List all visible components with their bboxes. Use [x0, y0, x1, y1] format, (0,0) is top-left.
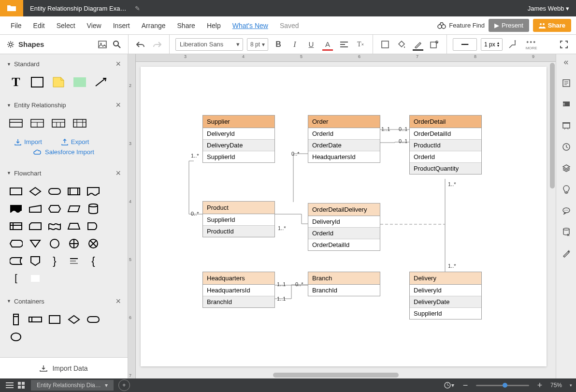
entity-field[interactable]: BranchId — [308, 285, 380, 296]
speech-icon[interactable] — [561, 205, 572, 216]
entity-header[interactable]: OrderDetail — [410, 116, 481, 128]
entity-field[interactable]: OrderDetailId — [410, 128, 481, 140]
block-shape[interactable] — [72, 76, 87, 88]
fc-card[interactable] — [28, 220, 43, 232]
present-button[interactable]: ▶ Present — [489, 19, 529, 32]
zoom-slider[interactable] — [476, 385, 529, 386]
paint-icon[interactable] — [561, 184, 572, 195]
menu-edit[interactable]: Edit — [28, 19, 51, 32]
menu-arrange[interactable]: Arrange — [136, 19, 172, 32]
entity-field[interactable]: SupplierId — [410, 308, 481, 319]
entity-orderdetail[interactable]: OrderDetail OrderDetailId ProductId Orde… — [409, 115, 482, 174]
fc-square-bracket[interactable]: [ — [9, 272, 23, 285]
fc-offpage[interactable] — [28, 255, 43, 267]
cont-2[interactable] — [28, 313, 43, 326]
auto-zoom-icon[interactable]: ▾ — [443, 379, 455, 391]
scrollbar-horizontal[interactable] — [273, 373, 399, 377]
fc-rect[interactable] — [9, 185, 23, 198]
entity-field[interactable]: BranchId — [203, 296, 274, 307]
share-button[interactable]: Share — [533, 19, 571, 32]
wand-icon[interactable] — [561, 248, 572, 259]
comment-icon[interactable] — [561, 99, 572, 110]
fc-brace2[interactable]: { — [86, 255, 101, 267]
zoom-level[interactable]: 75% — [550, 382, 562, 389]
entity-field[interactable]: OrderId — [308, 128, 380, 140]
shape-options-button[interactable] — [428, 38, 441, 51]
fc-terminator[interactable] — [47, 185, 62, 198]
italic-button[interactable]: I — [288, 38, 301, 51]
fc-merge[interactable] — [28, 237, 43, 250]
text-color-button[interactable]: A — [321, 38, 334, 51]
er-shape-4[interactable] — [72, 117, 87, 130]
list-view-icon[interactable] — [4, 379, 15, 391]
database-icon[interactable] — [561, 227, 572, 237]
fill-button[interactable] — [395, 38, 408, 51]
more-tools-button[interactable]: •••MORE — [526, 38, 537, 50]
entity-header[interactable]: Headquarters — [203, 272, 274, 285]
fc-trapezoid[interactable] — [67, 220, 81, 232]
shape-fill-button[interactable] — [379, 38, 391, 51]
entity-field[interactable]: OrderDetailId — [308, 239, 380, 250]
entity-field[interactable]: SupplierId — [203, 151, 274, 162]
entity-field[interactable]: DeliveryDate — [410, 296, 481, 308]
palette-containers-header[interactable]: ▼Containers× — [0, 291, 128, 311]
fc-diamond[interactable] — [28, 185, 43, 198]
page[interactable]: Supplier DeliveryId DeliveryDate Supplie… — [141, 67, 547, 366]
chat-icon[interactable] — [561, 78, 572, 88]
redo-button[interactable] — [151, 38, 163, 51]
fc-hexagon[interactable] — [47, 203, 62, 215]
menu-whats-new[interactable]: What's New — [227, 19, 274, 32]
entity-header[interactable]: Branch — [308, 272, 380, 285]
import-link[interactable]: Import — [14, 138, 42, 145]
close-icon[interactable]: × — [115, 296, 121, 306]
entity-field[interactable]: DeliveryId — [203, 128, 274, 140]
history-icon[interactable] — [561, 142, 572, 152]
underline-button[interactable]: U — [305, 38, 317, 51]
entity-field[interactable]: OrderDate — [308, 140, 380, 151]
cont-4[interactable] — [67, 313, 81, 326]
gear-icon[interactable] — [7, 41, 14, 48]
rename-icon[interactable]: ✎ — [135, 5, 140, 12]
line-shape-button[interactable] — [506, 38, 519, 51]
import-data-button[interactable]: Import Data — [0, 357, 128, 378]
entity-headquarters[interactable]: Headquarters HeadquartersId BranchId — [202, 272, 275, 308]
export-link[interactable]: Export — [61, 138, 89, 145]
fc-manual-input[interactable] — [28, 203, 43, 215]
feature-find[interactable]: Feature Find — [437, 22, 485, 29]
collapse-panel-icon[interactable]: « — [563, 57, 568, 67]
close-icon[interactable]: × — [115, 100, 121, 110]
align-button[interactable] — [338, 38, 350, 51]
fc-or[interactable] — [67, 237, 81, 250]
fc-tape[interactable] — [47, 220, 62, 232]
entity-field[interactable]: DeliveryDate — [203, 140, 274, 151]
folder-icon[interactable] — [0, 0, 23, 16]
fc-brace[interactable]: } — [47, 255, 62, 267]
entity-field[interactable]: HeadquartersId — [203, 285, 274, 296]
grid-view-icon[interactable] — [15, 379, 27, 391]
line-style-select[interactable]: ━━ — [453, 38, 477, 51]
entity-field[interactable]: HeadquartersId — [308, 151, 380, 162]
entity-field[interactable]: ProductQuantity — [410, 163, 481, 174]
fc-multidoc[interactable] — [9, 203, 23, 215]
salesforce-import-link[interactable]: Salesforce Import — [33, 148, 94, 156]
canvas[interactable]: 2 3 4 5 6 7 3 4 5 6 7 8 9 — [128, 54, 556, 378]
entity-order[interactable]: Order OrderId OrderDate HeadquartersId — [308, 115, 380, 163]
entity-header[interactable]: Order — [308, 116, 380, 128]
entity-header[interactable]: Product — [203, 202, 274, 214]
font-size-select[interactable]: 8 pt ▾ — [247, 38, 268, 51]
search-icon[interactable] — [113, 40, 121, 49]
document-title[interactable]: Entity Relationship Diagram Exa… — [23, 5, 133, 12]
entity-field[interactable]: DeliveryId — [308, 216, 380, 228]
fc-sum[interactable] — [86, 237, 101, 250]
entity-product[interactable]: Product SupplierId ProductId — [202, 201, 275, 237]
fc-stored[interactable] — [9, 255, 23, 267]
er-shape-2[interactable] — [30, 117, 44, 130]
er-shape-3[interactable] — [51, 117, 66, 130]
entity-field[interactable]: ProductId — [203, 226, 274, 237]
image-icon[interactable] — [98, 41, 107, 48]
fc-document[interactable] — [86, 185, 101, 198]
bold-button[interactable]: B — [272, 38, 285, 51]
arrow-shape[interactable] — [94, 76, 108, 88]
palette-standard-header[interactable]: ▼Standard× — [0, 54, 128, 74]
entity-header[interactable]: Supplier — [203, 116, 274, 128]
